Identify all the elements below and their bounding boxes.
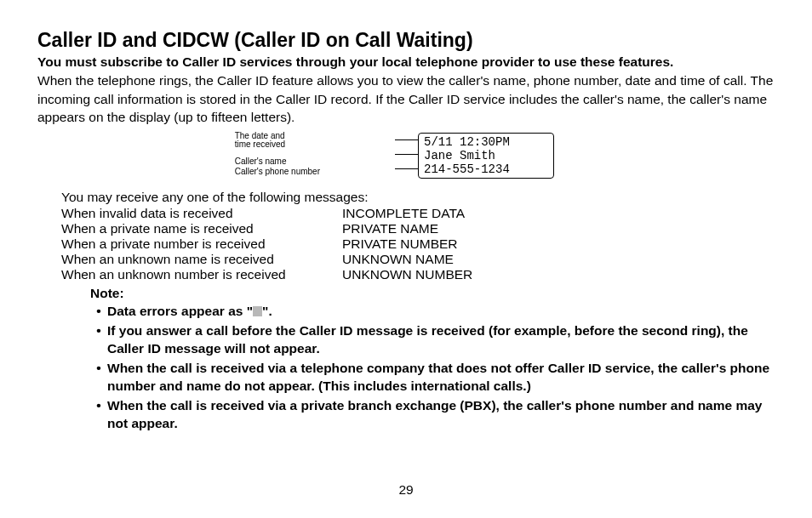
note-text: Data errors appear as "".: [107, 303, 775, 321]
note-text-part: ".: [262, 304, 272, 318]
list-item: • If you answer a call before the Caller…: [90, 322, 775, 358]
page-title: Caller ID and CIDCW (Caller ID on Call W…: [37, 29, 775, 52]
lcd-line-name: Jane Smith: [424, 149, 548, 162]
table-row: When an unknown name is received UNKNOWN…: [61, 252, 775, 267]
message-value: PRIVATE NUMBER: [342, 236, 775, 252]
message-value: UNKNOWN NUMBER: [342, 267, 775, 282]
diagram-connector-line: [395, 139, 418, 140]
lcd-display: 5/11 12:30PM Jane Smith 214-555-1234: [418, 133, 554, 179]
note-text: When the call is received via a telephon…: [107, 360, 775, 396]
note-text: If you answer a call before the Caller I…: [107, 322, 775, 358]
intro-body: When the telephone rings, the Caller ID …: [37, 71, 775, 127]
message-value: PRIVATE NAME: [342, 221, 775, 236]
bullet-icon: •: [90, 303, 107, 321]
messages-intro: You may receive any one of the following…: [61, 190, 775, 205]
table-row: When an unknown number is received UNKNO…: [61, 267, 775, 282]
diagram-label-datetime-2: time received: [235, 140, 320, 149]
bullet-icon: •: [90, 360, 107, 396]
error-block-icon: [253, 306, 262, 316]
diagram-label-name: Caller's name: [235, 157, 320, 166]
message-condition: When an unknown number is received: [61, 267, 342, 282]
note-title: Note:: [90, 286, 775, 301]
table-row: When a private name is received PRIVATE …: [61, 221, 775, 236]
messages-block: You may receive any one of the following…: [61, 190, 775, 282]
lcd-line-datetime: 5/11 12:30PM: [424, 135, 548, 149]
notes-block: Note: • Data errors appear as "". • If y…: [90, 286, 775, 432]
diagram-label-number: Caller's phone number: [235, 168, 320, 176]
intro-subscribe: You must subscribe to Caller ID services…: [37, 54, 775, 71]
note-text: When the call is received via a private …: [107, 397, 775, 433]
message-condition: When a private number is received: [61, 236, 342, 252]
message-value: INCOMPLETE DATA: [342, 206, 775, 221]
diagram-connector-line: [395, 168, 418, 169]
bullet-icon: •: [90, 322, 107, 358]
page: Caller ID and CIDCW (Caller ID on Call W…: [0, 0, 812, 518]
message-condition: When invalid data is received: [61, 206, 342, 221]
note-text-part: Data errors appear as ": [107, 304, 253, 318]
list-item: • When the call is received via a privat…: [90, 397, 775, 433]
caller-id-diagram: The date and time received Caller's name…: [37, 132, 775, 183]
message-value: UNKNOWN NAME: [342, 252, 775, 267]
bullet-icon: •: [90, 397, 107, 433]
list-item: • Data errors appear as "".: [90, 303, 775, 321]
message-condition: When a private name is received: [61, 221, 342, 236]
page-number: 29: [0, 482, 812, 498]
table-row: When invalid data is received INCOMPLETE…: [61, 206, 775, 221]
table-row: When a private number is received PRIVAT…: [61, 236, 775, 252]
diagram-connector-line: [395, 154, 418, 155]
message-condition: When an unknown name is received: [61, 252, 342, 267]
lcd-line-number: 214-555-1234: [424, 162, 548, 176]
list-item: • When the call is received via a teleph…: [90, 360, 775, 396]
